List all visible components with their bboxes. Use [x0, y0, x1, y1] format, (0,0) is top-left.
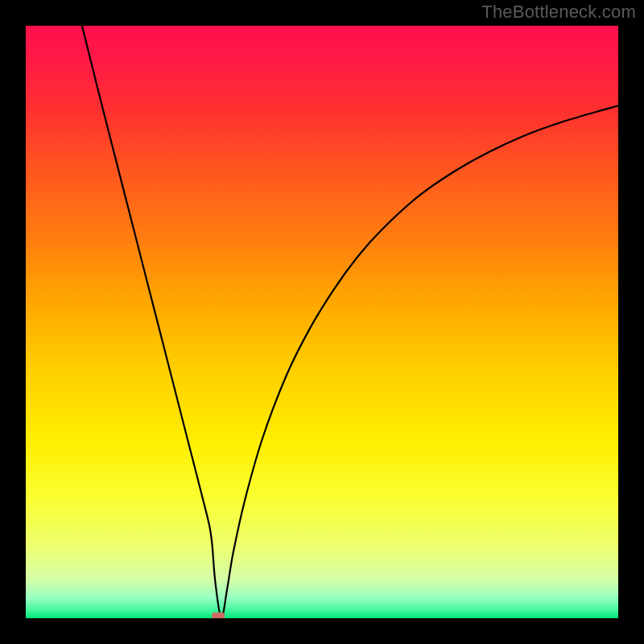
- chart-background: [26, 26, 618, 618]
- chart-svg: [26, 26, 618, 618]
- optimum-marker: [212, 613, 225, 618]
- chart-outer: TheBottleneck.com: [0, 0, 644, 644]
- plot-area: [26, 26, 618, 618]
- watermark-text: TheBottleneck.com: [481, 2, 636, 23]
